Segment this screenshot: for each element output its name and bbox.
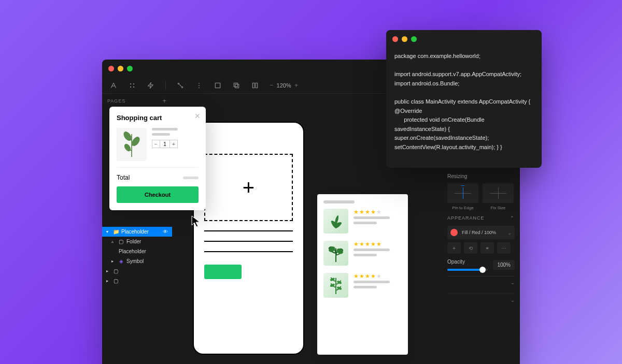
minimize-icon[interactable] bbox=[402, 36, 407, 42]
collapsed-section[interactable]: ⌄ bbox=[447, 294, 515, 306]
text-placeholder bbox=[354, 281, 390, 283]
maximize-icon[interactable] bbox=[411, 36, 417, 42]
total-row: Total bbox=[117, 167, 199, 186]
close-icon[interactable]: ✕ bbox=[194, 112, 201, 120]
more-icon[interactable] bbox=[195, 81, 203, 90]
layer-folder[interactable]: ▵ ▢ Folder bbox=[102, 237, 172, 246]
layer-symbol[interactable]: ▸ ◈ Symbol bbox=[102, 256, 172, 266]
inspector-panel: Resizing Pin to Edge Fix Size APPEARANCE… bbox=[442, 168, 520, 364]
opacity-slider[interactable] bbox=[447, 269, 488, 271]
divider-line bbox=[204, 241, 293, 242]
svg-rect-10 bbox=[235, 84, 239, 88]
bolt-icon[interactable] bbox=[147, 81, 155, 90]
artboard-product-list[interactable]: ★★★★★ ★★★★★ ★★★★★ bbox=[317, 194, 408, 355]
fix-label: Fix Size bbox=[483, 206, 514, 210]
chevron-right-icon: ▸ bbox=[106, 269, 110, 273]
artboard-wireframe[interactable]: + bbox=[193, 122, 304, 355]
components-icon[interactable] bbox=[128, 81, 136, 90]
decrement-button[interactable]: − bbox=[152, 140, 160, 148]
product-image bbox=[323, 209, 348, 234]
code-titlebar bbox=[386, 30, 542, 48]
svg-point-22 bbox=[123, 143, 132, 153]
slider-thumb[interactable] bbox=[479, 267, 486, 273]
maximize-icon[interactable] bbox=[127, 66, 133, 71]
product-item[interactable]: ★★★★★ bbox=[323, 209, 402, 234]
text-placeholder bbox=[152, 133, 170, 136]
rating-stars: ★★★★★ bbox=[354, 209, 402, 215]
svg-rect-11 bbox=[234, 83, 237, 86]
chevron-right-icon: ▸ bbox=[111, 259, 116, 264]
symbol-icon: ◈ bbox=[118, 258, 124, 264]
text-placeholder bbox=[354, 254, 377, 256]
folder-icon: 📁 bbox=[113, 229, 119, 235]
svg-point-4 bbox=[178, 83, 179, 84]
refresh-icon[interactable]: ⟲ bbox=[464, 242, 477, 254]
cart-item-image bbox=[117, 128, 147, 161]
pin-to-edge-control[interactable] bbox=[447, 183, 478, 203]
increment-button[interactable]: + bbox=[169, 140, 178, 148]
pages-header: PAGES + bbox=[102, 94, 172, 108]
layer-label: Folder bbox=[126, 239, 141, 244]
svg-point-1 bbox=[133, 83, 134, 84]
svg-point-8 bbox=[199, 87, 200, 88]
quantity-stepper: − 1 + bbox=[152, 140, 199, 148]
svg-point-3 bbox=[133, 86, 134, 87]
opacity-label: Opacity bbox=[447, 259, 488, 265]
zoom-control: − 120% + bbox=[270, 81, 298, 89]
copy-icon[interactable] bbox=[232, 81, 241, 90]
layer-label: Symbol bbox=[126, 258, 144, 264]
primary-button-placeholder[interactable] bbox=[204, 265, 242, 279]
folder-outline-icon: ▢ bbox=[113, 268, 119, 274]
fill-control[interactable]: Fill / Red / 100% ⌄ bbox=[447, 226, 515, 239]
layer-collapsed-2[interactable]: ▸ ▢ bbox=[102, 276, 172, 286]
product-image bbox=[323, 273, 348, 298]
folder-outline-icon: ▢ bbox=[113, 278, 119, 284]
close-icon[interactable] bbox=[108, 66, 114, 71]
product-item[interactable]: ★★★★★ bbox=[323, 273, 402, 298]
checkout-button[interactable]: Checkout bbox=[117, 186, 199, 203]
collapsed-section[interactable]: ⌄ bbox=[447, 276, 515, 288]
frame-icon[interactable] bbox=[214, 81, 222, 90]
cart-item-details: − 1 + bbox=[152, 128, 199, 161]
fix-size-control[interactable] bbox=[483, 183, 514, 203]
layer-placeholder-child[interactable]: Placeholder bbox=[102, 246, 172, 256]
layer-placeholder-selected[interactable]: ▾ 📁 Placeholder 👁 bbox=[102, 227, 172, 237]
traffic-lights bbox=[392, 36, 417, 42]
pin-label: Pin to Edge bbox=[447, 206, 478, 210]
drop-zone[interactable]: + bbox=[204, 154, 293, 221]
add-page-button[interactable]: + bbox=[162, 97, 167, 105]
chevron-down-icon: ▵ bbox=[111, 239, 116, 244]
svg-point-0 bbox=[130, 83, 131, 84]
minimize-icon[interactable] bbox=[118, 66, 123, 71]
more-options-button[interactable]: ⋯ bbox=[497, 242, 511, 254]
cursor-icon bbox=[191, 215, 202, 228]
link-icon[interactable]: ⚭ bbox=[480, 242, 494, 254]
product-item[interactable]: ★★★★★ bbox=[323, 241, 402, 266]
layout-icon[interactable] bbox=[251, 81, 259, 90]
folder-outline-icon: ▢ bbox=[118, 239, 124, 244]
add-fill-button[interactable]: + bbox=[447, 242, 461, 254]
chevron-down-icon[interactable]: ⌄ bbox=[507, 230, 512, 236]
chevron-right-icon: ▸ bbox=[106, 279, 110, 283]
header-bar-placeholder bbox=[323, 200, 355, 203]
code-content[interactable]: package com.example.helloworld; import a… bbox=[386, 48, 542, 158]
zoom-in-button[interactable]: + bbox=[294, 81, 299, 89]
opacity-value[interactable]: 100% bbox=[493, 260, 515, 270]
zoom-out-button[interactable]: − bbox=[270, 81, 274, 89]
product-info: ★★★★★ bbox=[354, 241, 402, 266]
product-image bbox=[323, 241, 348, 266]
connector-icon[interactable] bbox=[176, 81, 185, 90]
resizing-label: Resizing bbox=[447, 173, 515, 179]
zoom-value[interactable]: 120% bbox=[277, 82, 291, 89]
fill-color-swatch[interactable] bbox=[450, 229, 458, 236]
text-placeholder bbox=[354, 216, 390, 219]
text-tool-icon[interactable] bbox=[109, 81, 118, 90]
layer-collapsed-1[interactable]: ▸ ▢ bbox=[102, 266, 172, 276]
text-placeholder bbox=[354, 222, 377, 224]
visibility-icon[interactable]: 👁 bbox=[163, 229, 168, 235]
rating-stars: ★★★★★ bbox=[354, 273, 402, 280]
appearance-header[interactable]: APPEARANCE ⌃ bbox=[447, 210, 515, 226]
close-icon[interactable] bbox=[392, 36, 398, 42]
divider-line bbox=[204, 230, 293, 231]
svg-rect-13 bbox=[256, 83, 258, 88]
